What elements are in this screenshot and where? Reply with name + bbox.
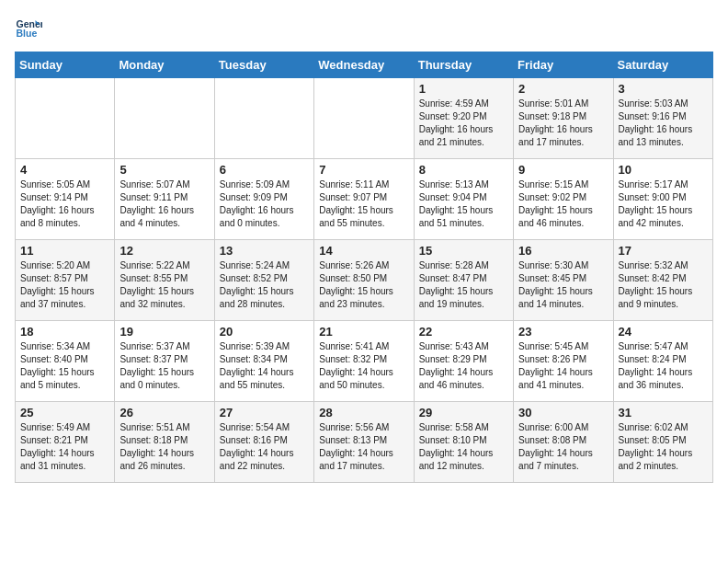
day-info: Sunrise: 5:26 AM Sunset: 8:50 PM Dayligh… bbox=[319, 259, 408, 311]
calendar-cell bbox=[16, 78, 115, 159]
calendar-cell: 15Sunrise: 5:28 AM Sunset: 8:47 PM Dayli… bbox=[414, 240, 513, 321]
calendar-header-row: SundayMondayTuesdayWednesdayThursdayFrid… bbox=[16, 52, 713, 78]
calendar-cell: 23Sunrise: 5:45 AM Sunset: 8:26 PM Dayli… bbox=[514, 321, 613, 402]
day-number: 19 bbox=[119, 325, 209, 339]
day-number: 14 bbox=[319, 244, 408, 258]
calendar-cell: 25Sunrise: 5:49 AM Sunset: 8:21 PM Dayli… bbox=[16, 402, 115, 483]
day-number: 28 bbox=[319, 406, 408, 419]
day-info: Sunrise: 5:32 AM Sunset: 8:42 PM Dayligh… bbox=[619, 259, 708, 311]
day-number: 23 bbox=[518, 325, 608, 339]
day-info: Sunrise: 5:24 AM Sunset: 8:52 PM Dayligh… bbox=[220, 259, 309, 311]
day-info: Sunrise: 5:37 AM Sunset: 8:37 PM Dayligh… bbox=[119, 340, 209, 392]
page-header: General Blue bbox=[15, 15, 713, 42]
day-number: 18 bbox=[20, 325, 109, 339]
calendar-cell: 27Sunrise: 5:54 AM Sunset: 8:16 PM Dayli… bbox=[214, 402, 313, 483]
day-info: Sunrise: 5:03 AM Sunset: 9:16 PM Dayligh… bbox=[619, 98, 708, 149]
week-row-2: 4Sunrise: 5:05 AM Sunset: 9:14 PM Daylig… bbox=[16, 159, 713, 240]
calendar-cell bbox=[115, 78, 214, 159]
calendar-cell: 22Sunrise: 5:43 AM Sunset: 8:29 PM Dayli… bbox=[414, 321, 513, 402]
calendar-cell: 17Sunrise: 5:32 AM Sunset: 8:42 PM Dayli… bbox=[613, 240, 712, 321]
calendar-cell: 2Sunrise: 5:01 AM Sunset: 9:18 PM Daylig… bbox=[514, 78, 613, 159]
day-info: Sunrise: 5:54 AM Sunset: 8:16 PM Dayligh… bbox=[220, 421, 309, 473]
day-number: 21 bbox=[319, 325, 408, 339]
day-info: Sunrise: 5:11 AM Sunset: 9:07 PM Dayligh… bbox=[319, 178, 408, 230]
day-number: 10 bbox=[619, 163, 708, 177]
day-info: Sunrise: 5:05 AM Sunset: 9:14 PM Dayligh… bbox=[20, 178, 109, 230]
calendar-cell: 8Sunrise: 5:13 AM Sunset: 9:04 PM Daylig… bbox=[414, 159, 513, 240]
calendar-cell: 11Sunrise: 5:20 AM Sunset: 8:57 PM Dayli… bbox=[16, 240, 115, 321]
calendar-cell: 10Sunrise: 5:17 AM Sunset: 9:00 PM Dayli… bbox=[613, 159, 712, 240]
day-number: 25 bbox=[20, 406, 109, 419]
day-number: 22 bbox=[419, 325, 508, 339]
day-number: 3 bbox=[619, 82, 708, 96]
day-number: 4 bbox=[20, 163, 109, 177]
day-info: Sunrise: 5:01 AM Sunset: 9:18 PM Dayligh… bbox=[518, 98, 608, 149]
day-number: 31 bbox=[619, 406, 708, 419]
calendar-cell: 26Sunrise: 5:51 AM Sunset: 8:18 PM Dayli… bbox=[115, 402, 214, 483]
calendar-cell: 1Sunrise: 4:59 AM Sunset: 9:20 PM Daylig… bbox=[414, 78, 513, 159]
day-info: Sunrise: 5:45 AM Sunset: 8:26 PM Dayligh… bbox=[518, 340, 608, 392]
day-header-tuesday: Tuesday bbox=[214, 52, 313, 78]
day-info: Sunrise: 5:34 AM Sunset: 8:40 PM Dayligh… bbox=[20, 340, 109, 392]
day-number: 6 bbox=[220, 163, 309, 177]
day-info: Sunrise: 5:30 AM Sunset: 8:45 PM Dayligh… bbox=[518, 259, 608, 311]
day-header-sunday: Sunday bbox=[16, 52, 115, 78]
day-info: Sunrise: 5:39 AM Sunset: 8:34 PM Dayligh… bbox=[220, 340, 309, 392]
calendar-cell: 28Sunrise: 5:56 AM Sunset: 8:13 PM Dayli… bbox=[314, 402, 414, 483]
day-number: 8 bbox=[419, 163, 508, 177]
day-info: Sunrise: 5:58 AM Sunset: 8:10 PM Dayligh… bbox=[419, 421, 508, 473]
calendar-cell: 29Sunrise: 5:58 AM Sunset: 8:10 PM Dayli… bbox=[414, 402, 513, 483]
day-number: 2 bbox=[518, 82, 608, 96]
day-info: Sunrise: 5:22 AM Sunset: 8:55 PM Dayligh… bbox=[119, 259, 209, 311]
day-number: 15 bbox=[419, 244, 508, 258]
day-number: 20 bbox=[220, 325, 309, 339]
day-number: 11 bbox=[20, 244, 109, 258]
calendar-cell: 20Sunrise: 5:39 AM Sunset: 8:34 PM Dayli… bbox=[214, 321, 313, 402]
svg-text:Blue: Blue bbox=[17, 28, 38, 39]
week-row-4: 18Sunrise: 5:34 AM Sunset: 8:40 PM Dayli… bbox=[16, 321, 713, 402]
day-info: Sunrise: 5:28 AM Sunset: 8:47 PM Dayligh… bbox=[419, 259, 508, 311]
day-info: Sunrise: 5:51 AM Sunset: 8:18 PM Dayligh… bbox=[119, 421, 209, 473]
day-header-saturday: Saturday bbox=[613, 52, 712, 78]
calendar-cell: 4Sunrise: 5:05 AM Sunset: 9:14 PM Daylig… bbox=[16, 159, 115, 240]
day-info: Sunrise: 5:56 AM Sunset: 8:13 PM Dayligh… bbox=[319, 421, 408, 473]
calendar-cell: 16Sunrise: 5:30 AM Sunset: 8:45 PM Dayli… bbox=[514, 240, 613, 321]
day-number: 7 bbox=[319, 163, 408, 177]
day-info: Sunrise: 5:49 AM Sunset: 8:21 PM Dayligh… bbox=[20, 421, 109, 473]
day-info: Sunrise: 6:00 AM Sunset: 8:08 PM Dayligh… bbox=[518, 421, 608, 473]
calendar-cell: 7Sunrise: 5:11 AM Sunset: 9:07 PM Daylig… bbox=[314, 159, 414, 240]
day-info: Sunrise: 5:15 AM Sunset: 9:02 PM Dayligh… bbox=[518, 178, 608, 230]
calendar-cell: 21Sunrise: 5:41 AM Sunset: 8:32 PM Dayli… bbox=[314, 321, 414, 402]
calendar-cell: 19Sunrise: 5:37 AM Sunset: 8:37 PM Dayli… bbox=[115, 321, 214, 402]
day-info: Sunrise: 4:59 AM Sunset: 9:20 PM Dayligh… bbox=[419, 98, 508, 149]
calendar-cell: 6Sunrise: 5:09 AM Sunset: 9:09 PM Daylig… bbox=[214, 159, 313, 240]
calendar-cell: 9Sunrise: 5:15 AM Sunset: 9:02 PM Daylig… bbox=[514, 159, 613, 240]
day-header-wednesday: Wednesday bbox=[314, 52, 414, 78]
logo: General Blue bbox=[15, 15, 46, 42]
day-info: Sunrise: 5:20 AM Sunset: 8:57 PM Dayligh… bbox=[20, 259, 109, 311]
calendar-body: 1Sunrise: 4:59 AM Sunset: 9:20 PM Daylig… bbox=[16, 78, 713, 483]
day-info: Sunrise: 5:47 AM Sunset: 8:24 PM Dayligh… bbox=[619, 340, 708, 392]
calendar-cell bbox=[314, 78, 414, 159]
day-number: 12 bbox=[119, 244, 209, 258]
day-number: 9 bbox=[518, 163, 608, 177]
day-header-thursday: Thursday bbox=[414, 52, 513, 78]
day-number: 13 bbox=[220, 244, 309, 258]
week-row-3: 11Sunrise: 5:20 AM Sunset: 8:57 PM Dayli… bbox=[16, 240, 713, 321]
calendar-cell: 5Sunrise: 5:07 AM Sunset: 9:11 PM Daylig… bbox=[115, 159, 214, 240]
calendar-cell: 3Sunrise: 5:03 AM Sunset: 9:16 PM Daylig… bbox=[613, 78, 712, 159]
day-number: 24 bbox=[619, 325, 708, 339]
day-info: Sunrise: 5:43 AM Sunset: 8:29 PM Dayligh… bbox=[419, 340, 508, 392]
week-row-5: 25Sunrise: 5:49 AM Sunset: 8:21 PM Dayli… bbox=[16, 402, 713, 483]
day-info: Sunrise: 5:13 AM Sunset: 9:04 PM Dayligh… bbox=[419, 178, 508, 230]
logo-icon: General Blue bbox=[15, 15, 42, 42]
day-number: 1 bbox=[419, 82, 508, 96]
calendar-cell bbox=[214, 78, 313, 159]
calendar-cell: 31Sunrise: 6:02 AM Sunset: 8:05 PM Dayli… bbox=[613, 402, 712, 483]
calendar-cell: 14Sunrise: 5:26 AM Sunset: 8:50 PM Dayli… bbox=[314, 240, 414, 321]
day-number: 27 bbox=[220, 406, 309, 419]
day-info: Sunrise: 5:09 AM Sunset: 9:09 PM Dayligh… bbox=[220, 178, 309, 230]
calendar-cell: 24Sunrise: 5:47 AM Sunset: 8:24 PM Dayli… bbox=[613, 321, 712, 402]
day-info: Sunrise: 6:02 AM Sunset: 8:05 PM Dayligh… bbox=[619, 421, 708, 473]
calendar-cell: 12Sunrise: 5:22 AM Sunset: 8:55 PM Dayli… bbox=[115, 240, 214, 321]
